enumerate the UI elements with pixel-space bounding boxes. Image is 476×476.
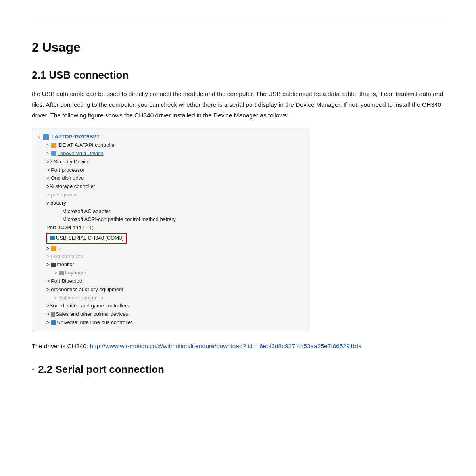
dm-item-extra: > ... [38,244,303,253]
arrow-icon: v [38,134,41,140]
monitor-icon [51,263,56,267]
dm-item-print: > print queue [38,191,303,199]
dm-item-software: > Software equipment [38,294,303,302]
ide-icon [51,143,56,148]
dm-item-battery: v battery [38,199,303,207]
ch340-icon [50,236,55,240]
pointer-icon [51,312,55,317]
dm-item-monitor: > monitor [38,261,303,269]
usb-controller-icon [51,320,56,325]
body-text: the USB data cable can be used to direct… [32,88,444,121]
dm-item-storage: >% storage controller [38,182,303,191]
dm-item-sound: >Sound, video and game controllers [38,302,303,310]
dm-item-com-lpt: Port (COM and LPT) [38,224,303,232]
dm-item-disk: > One disk drive [38,174,303,182]
subsection1-title: 2.1 USB connection [32,69,444,81]
device-manager-screenshot: v LAPTOP-T52C9BPT > IDE AT A/ATAPI contr… [32,128,309,332]
dm-item-ergonomics: > ergonomics auxiliary equipment [38,286,303,294]
extra-icon [51,246,56,251]
dm-item-ac: Microsoft AC adapter [38,207,303,216]
dm-item-acpi: Microsoft ACPI-compatible control method… [38,215,303,224]
subsection2-title: · 2.2 Serial port connection [32,363,444,376]
keyboard-icon [59,271,64,275]
dm-item-ch340-wrapper: USB-SERIAL CH340 (COM3) [38,233,303,244]
dm-root-label: LAPTOP-T52C9BPT [52,133,100,141]
dm-root: v LAPTOP-T52C9BPT [38,133,303,141]
lenovo-icon [51,151,56,156]
pointer-label: Sales and other pointer devices [56,310,128,319]
dm-item-security: >? Security Device [38,158,303,166]
ch340-label: USB-SERIAL CH340 (COM3) [56,234,124,242]
section-title: 2 Usage [32,40,444,55]
dm-item-ch340-highlight: USB-SERIAL CH340 (COM3) [46,233,127,244]
dm-item-port-processor: > Port processor [38,166,303,175]
dm-item-usb-controller: > Universal rate Line bus controller [38,319,303,327]
computer-icon [43,134,49,140]
dm-item-bluetooth: > Port Bluetooth [38,277,303,286]
driver-link[interactable]: http://www.wit-motion.cn/#/witmotion/lit… [90,343,361,349]
driver-label: The driver is CH340: [32,343,88,349]
dm-item-port-comp: > Port computer [38,253,303,261]
top-divider [32,24,444,24]
dm-item-keyboard: > keyboard [38,269,303,277]
dm-item-lenovo: > Lenovo Vhid Device [38,150,303,158]
dm-item-pointer: > Sales and other pointer devices [38,310,303,319]
dm-item-ide: > IDE AT A/ATAPI controller [38,141,303,150]
bullet-marker: · [32,364,34,374]
driver-info: The driver is CH340: http://www.wit-moti… [32,341,444,351]
